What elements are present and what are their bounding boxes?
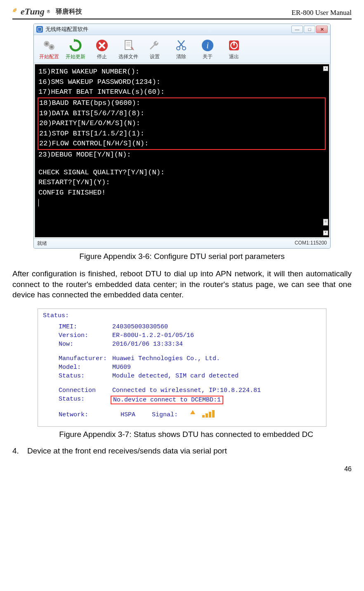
statusbar: 就绪 COM1:115200 [34, 238, 330, 248]
status-value: Huawei Technologies Co., Ltd. [112, 355, 220, 362]
terminal-line: CHECK SIGNAL QUALITY?[Y/N](N): [38, 168, 326, 178]
spacer [38, 160, 326, 168]
highlight-box: 18)BAUD RATE(bps)(9600): 19)DATA BITS[5/… [38, 97, 326, 150]
terminal-cursor-line [38, 198, 326, 209]
stop-button[interactable]: 停止 [89, 37, 115, 61]
status-value: MU609 [112, 364, 131, 371]
window-title: 无线终端配置软件 [45, 26, 88, 33]
settings-button[interactable]: 设置 [142, 37, 168, 61]
signal-icon [190, 410, 215, 420]
toolbar-label: 开始配置 [39, 53, 59, 60]
toolbar-label: 选择文件 [118, 53, 138, 60]
wrench-icon [147, 38, 163, 53]
config-app-window: 无线终端配置软件 — □ ✕ 开始配置 开始更新 停止 [33, 24, 331, 249]
terminal-line: 19)DATA BITS[5/6/7/8](8): [39, 109, 324, 119]
status-label: IMEI: [59, 323, 112, 330]
status-value: ER-800U-1.2.2-01/05/16 [112, 332, 194, 339]
figure-caption-37: Figure Appendix 3-7: Status shows DTU ha… [21, 430, 352, 439]
maximize-button[interactable]: □ [304, 26, 315, 33]
signal-label: Signal: [152, 411, 178, 418]
status-row-status: Status: Module detected, SIM card detect… [59, 373, 321, 380]
antenna-icon [12, 7, 18, 13]
svg-point-1 [45, 43, 48, 45]
status-row-model: Model: MU609 [59, 364, 321, 371]
info-icon: i [200, 38, 215, 53]
terminal-line: 17)HEART BEAT INTERVAL(s)(60): [38, 87, 326, 97]
gears-icon [41, 38, 57, 53]
logo-cn: 驿唐科技 [56, 7, 82, 16]
status-value: HSPA [121, 411, 135, 418]
toolbar-label: 设置 [150, 53, 160, 60]
status-value: 240305003030560 [112, 323, 168, 330]
toolbar-label: 开始更新 [66, 53, 85, 60]
about-button[interactable]: i 关于 [195, 37, 220, 61]
svg-rect-13 [234, 41, 235, 45]
status-value: 2016/01/06 13:33:34 [112, 341, 183, 348]
status-title: Status: [43, 312, 321, 319]
start-config-button[interactable]: 开始配置 [36, 37, 62, 61]
status-label: Model: [59, 364, 112, 371]
select-file-button[interactable]: 选择文件 [116, 37, 141, 61]
close-button[interactable]: ✕ [316, 26, 328, 33]
status-row-network: Network: HSPA Signal: [59, 410, 321, 420]
toolbar: 开始配置 开始更新 停止 选择文件 设置 [34, 35, 330, 63]
scroll-thumb[interactable]: ≡ [323, 219, 328, 225]
svg-text:i: i [206, 41, 209, 50]
status-left: 就绪 [37, 240, 47, 247]
status-row-imei: IMEI: 240305003030560 [59, 323, 321, 330]
terminal-line: CONFIG FINISHED! [38, 188, 326, 198]
logo-block: eTung ® 驿唐科技 [12, 6, 82, 17]
terminal-wrap: ▴ 15)RING WAKEUP NUMBER(): 16)SMS WAKEUP… [34, 63, 330, 238]
registered-icon: ® [47, 9, 50, 14]
status-label: Manufacturer: [59, 355, 112, 362]
terminal-output[interactable]: ▴ 15)RING WAKEUP NUMBER(): 16)SMS WAKEUP… [35, 64, 329, 237]
toolbar-label: 清除 [176, 53, 186, 60]
terminal-line: 20)PARITY[N/E/O/M/S](N): [39, 119, 324, 129]
titlebar-left: 无线终端配置软件 [36, 26, 88, 33]
start-update-button[interactable]: 开始更新 [63, 37, 88, 61]
status-row-now: Now: 2016/01/06 13:33:34 [59, 341, 321, 348]
app-icon [36, 26, 43, 33]
status-panel: Status: IMEI: 240305003030560 Version: E… [38, 309, 326, 427]
status-row-mfr: Manufacturer: Huawei Technologies Co., L… [59, 355, 321, 362]
file-icon [121, 38, 136, 53]
status-right: COM1:115200 [295, 240, 327, 247]
scroll-down-icon[interactable]: ▾ [323, 230, 328, 235]
doc-title: ER-800 User Manual [292, 9, 352, 17]
status-label: Status: [59, 373, 112, 380]
list-text: Device at the front end receives/sends d… [27, 446, 227, 456]
status-label: Network: [59, 411, 112, 418]
minimize-button[interactable]: — [291, 26, 303, 33]
figure-caption-36: Figure Appendix 3-6: Configure DTU seria… [12, 252, 352, 261]
exit-button[interactable]: 退出 [221, 37, 247, 61]
terminal-line: 15)RING WAKEUP NUMBER(): [38, 67, 326, 77]
scroll-up-icon[interactable]: ▴ [323, 66, 328, 71]
refresh-icon [68, 38, 83, 53]
svg-rect-6 [125, 40, 132, 50]
logo-text: eTung [21, 6, 45, 17]
toolbar-label: 停止 [97, 53, 107, 60]
body-paragraph: After configuration is finished, reboot … [12, 268, 352, 300]
scissors-icon [173, 38, 189, 53]
status-grid: IMEI: 240305003030560 Version: ER-800U-1… [43, 323, 321, 420]
status-value: Connected to wirelessnet, IP:10.8.224.81 [112, 387, 261, 394]
status-value-highlighted: No.device connect to DCEMBD:1 [111, 396, 223, 404]
toolbar-label: 退出 [229, 53, 239, 60]
cursor-icon [38, 199, 39, 206]
terminal-line: 21)STOP BITS[1/1.5/2](1): [39, 129, 324, 139]
status-label: Version: [59, 332, 112, 339]
page-number: 46 [12, 465, 352, 473]
spacer [59, 381, 321, 387]
terminal-line: 22)FLOW CONTROL[N/H/S](N): [39, 139, 324, 149]
status-row-status2: Status: No.device connect to DCEMBD:1 [59, 396, 321, 404]
list-number: 4. [12, 446, 21, 456]
terminal-line: RESTART?[Y/N](Y): [38, 178, 326, 188]
clear-button[interactable]: 清除 [168, 37, 194, 61]
status-value: Module detected, SIM card detected [112, 373, 239, 380]
terminal-line: 18)BAUD RATE(bps)(9600): [39, 98, 324, 109]
numbered-item: 4. Device at the front end receives/send… [12, 446, 352, 456]
status-label: Connection [59, 387, 112, 394]
svg-point-3 [50, 46, 53, 48]
status-row-version: Version: ER-800U-1.2.2-01/05/16 [59, 332, 321, 339]
power-icon [226, 38, 242, 53]
